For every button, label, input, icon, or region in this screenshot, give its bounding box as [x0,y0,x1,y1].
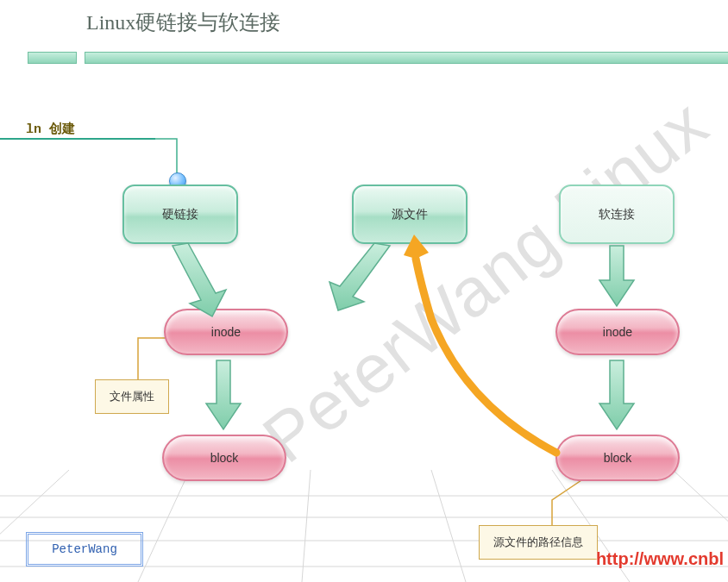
node-block-right-label: block [604,451,632,465]
node-hardlink-label: 硬链接 [162,207,198,222]
node-block-right: block [555,435,680,481]
node-hardlink: 硬链接 [122,185,238,244]
note-file-attr: 文件属性 [95,379,169,414]
ln-create-label: ln 创建 [26,121,75,137]
node-inode-left-label: inode [211,325,241,339]
node-sourcefile: 源文件 [352,185,468,244]
diagram-canvas: Linux硬链接与软连接 PeterWang Linux ln 创建 硬链接 [0,0,728,582]
svg-line-7 [431,470,466,582]
footer-author-label: PeterWang [52,542,117,556]
node-softlink: 软连接 [559,185,675,244]
arrows-layer [0,0,728,582]
footer-author-box: PeterWang [26,532,143,566]
node-inode-left: inode [164,309,288,355]
source-url-fragment: http://www.cnbl [596,549,724,569]
node-softlink-label: 软连接 [599,207,635,222]
node-inode-right-label: inode [603,325,632,339]
title-bar-main [85,52,728,64]
svg-line-6 [302,470,311,582]
note-file-attr-label: 文件属性 [110,389,154,404]
svg-line-5 [138,470,190,582]
watermark-text: PeterWang Linux [248,84,723,479]
connector-lines [0,0,728,582]
title-bar-accent [28,52,77,64]
node-inode-right: inode [555,309,680,355]
note-path-info-label: 源文件的路径信息 [493,535,583,550]
node-block-left: block [162,435,286,481]
node-sourcefile-label: 源文件 [392,207,428,222]
note-path-info: 源文件的路径信息 [479,525,598,560]
ln-underline [0,138,155,140]
page-title: Linux硬链接与软连接 [86,9,280,36]
node-block-left-label: block [210,451,239,465]
